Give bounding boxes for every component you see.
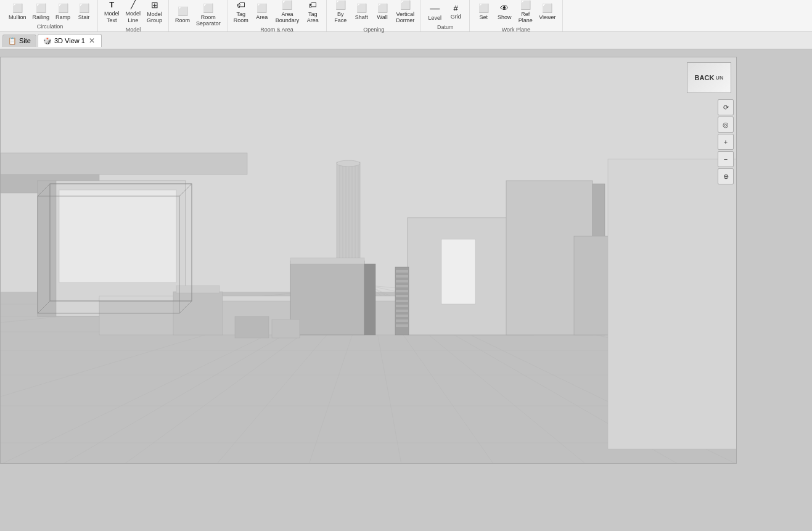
tab-site[interactable]: 📋 Site [2,35,36,47]
model-line-icon: ╱ [131,0,136,10]
ramp-button[interactable]: ⬜ Ramp [53,2,73,22]
wall-button[interactable]: ⬜ Wall [372,2,392,22]
tag-area-icon: 🏷 [308,0,317,10]
svg-rect-66 [272,319,300,338]
mullion-button[interactable]: ⬜ Mullion [6,2,29,22]
svg-rect-63 [396,324,408,327]
tag-room-icon: 🏷 [237,0,245,10]
model-group-button[interactable]: ⊞ ModelGroup [144,0,165,25]
3d-view-label: 3D View 1 [54,37,85,44]
toolbar-group-room: ⬜ Room ⬜ RoomSeparator [169,0,228,31]
ramp-icon: ⬜ [58,3,68,14]
viewer-button[interactable]: ⬜ Viewer [536,2,558,22]
railing-icon: ⬜ [36,3,46,14]
svg-rect-53 [396,275,408,278]
view-cube[interactable]: BACK UN [687,62,731,93]
look-button[interactable]: ◎ [718,117,734,133]
svg-rect-59 [396,305,408,307]
room-button[interactable]: ⬜ Room [173,5,192,25]
room-separator-icon: ⬜ [203,3,213,14]
tag-room-label: TagRoom [234,11,248,25]
datum-group-label: Datum [437,24,454,30]
ramp-label: Ramp [55,14,70,21]
room-area-group-label: Room & Area [260,27,293,33]
show-label: Show [498,14,512,21]
svg-rect-56 [396,290,408,292]
nav-controls: ⟳ ◎ + − ⊕ [718,99,734,184]
grid-icon: # [454,4,458,14]
circulation-group-label: Circulation [37,23,64,30]
by-face-icon: ⬜ [335,0,346,10]
svg-rect-40 [176,286,219,293]
ref-plane-label: RefPlane [519,11,533,25]
tag-room-button[interactable]: 🏷 TagRoom [231,0,251,25]
site-tab-icon: 📋 [8,37,17,45]
svg-rect-26 [38,181,56,316]
set-button[interactable]: ⬜ Set [474,2,493,22]
svg-rect-60 [396,310,408,312]
viewer-icon: ⬜ [542,3,552,14]
model-text-icon: T [109,0,114,10]
show-icon: 👁 [500,3,509,14]
stair-button[interactable]: ⬜ Stair [74,2,94,22]
svg-rect-62 [396,319,408,322]
svg-rect-58 [396,300,408,302]
vertical-dormer-button[interactable]: ⬜ VerticalDormer [393,0,417,25]
room-separator-label: RoomSeparator [196,14,221,28]
viewer-label: Viewer [539,14,556,21]
3d-view-icon: 🎲 [43,37,52,45]
level-label: Level [428,15,441,22]
svg-rect-57 [396,295,408,297]
room-separator-button[interactable]: ⬜ RoomSeparator [194,2,223,28]
svg-rect-39 [173,292,223,335]
svg-rect-55 [396,285,408,287]
show-button[interactable]: 👁 Show [494,2,514,22]
model-text-label: ModelText [104,10,120,24]
3d-viewport[interactable]: BACK UN ⟳ ◎ + − ⊕ [0,57,737,464]
by-face-button[interactable]: ⬜ ByFace [330,0,350,25]
view-cube-box[interactable]: BACK UN [687,62,731,93]
svg-rect-41 [290,261,364,335]
model-group-label: ModelGroup [147,11,162,25]
wall-label: Wall [377,14,388,21]
main-toolbar: ⬜ Mullion ⬜ Railing ⬜ Ramp ⬜ Stair Circu… [0,0,812,32]
svg-rect-65 [235,316,269,338]
ref-plane-button[interactable]: ⬜ RefPlane [515,0,535,25]
zoom-in-button[interactable]: + [718,134,734,150]
pan-button[interactable]: ⊕ [718,168,734,184]
tab-3d-view-1[interactable]: 🎲 3D View 1 ✕ [38,34,102,47]
railing-button[interactable]: ⬜ Railing [30,2,52,22]
stair-icon: ⬜ [79,3,89,14]
tag-area-button[interactable]: 🏷 TagArea [303,0,322,25]
zoom-out-button[interactable]: − [718,151,734,167]
area-boundary-button[interactable]: ⬜ AreaBoundary [273,0,302,25]
stair-label: Stair [78,14,90,21]
room-icon: ⬜ [178,6,188,17]
toolbar-group-circulation: ⬜ Mullion ⬜ Railing ⬜ Ramp ⬜ Stair Circu… [2,0,98,31]
svg-rect-46 [441,239,475,304]
site-tab-label: Site [19,37,31,44]
svg-rect-23 [1,153,247,175]
svg-rect-43 [364,264,375,335]
by-face-label: ByFace [334,11,347,25]
model-text-button[interactable]: T ModelText [102,0,122,25]
orbit-button[interactable]: ⟳ [718,99,734,115]
close-tab-button[interactable]: ✕ [88,36,96,45]
mullion-icon: ⬜ [12,3,23,14]
svg-rect-54 [396,280,408,282]
svg-rect-52 [396,270,408,273]
3d-scene-svg [1,57,737,464]
shaft-button[interactable]: ⬜ Shaft [351,2,371,22]
view-cube-back-label: BACK [695,74,715,81]
model-line-button[interactable]: ╱ ModelLine [123,0,144,25]
wall-icon: ⬜ [377,3,388,14]
level-button[interactable]: — Level [425,1,445,23]
tab-bar: 📋 Site 🎲 3D View 1 ✕ [0,32,812,49]
grid-button[interactable]: # Grid [446,2,465,22]
mullion-label: Mullion [9,14,27,21]
area-label: Area [256,14,268,21]
set-icon: ⬜ [478,3,489,14]
area-button[interactable]: ⬜ Area [252,2,272,22]
tag-area-label: TagArea [307,11,319,25]
view-cube-corner-label: UN [715,75,723,81]
